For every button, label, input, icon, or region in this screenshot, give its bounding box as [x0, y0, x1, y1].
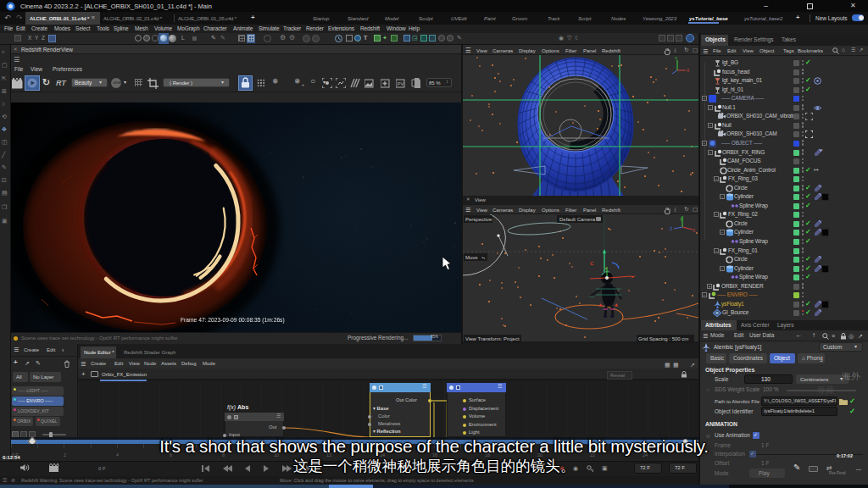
- svg-text:PV: PV: [397, 81, 403, 86]
- svg-text:C: C: [590, 261, 594, 266]
- svg-text:Z: Z: [670, 226, 672, 231]
- svg-text:Frame 47: 2023-09-09 00:08:35: Frame 47: 2023-09-09 00:08:35 (1m:26s): [181, 317, 285, 324]
